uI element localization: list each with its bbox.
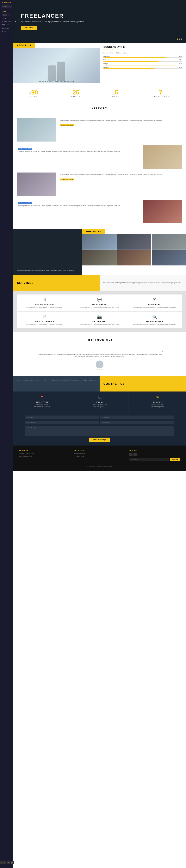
sidebar-item-services[interactable]: SERVICES — [0, 23, 13, 27]
sidebar-search-input[interactable] — [2, 5, 11, 8]
timeline-more-3[interactable]: 03 Mon, Dec 01, 2014 — [60, 179, 74, 181]
testimonial-avatar — [96, 361, 103, 368]
work-item-1[interactable] — [82, 234, 117, 250]
testimonial-dot-3[interactable] — [101, 369, 102, 370]
service-photography-name: PHOTOGRAPHY — [75, 321, 124, 322]
testimonial-next-arrow[interactable]: › — [162, 349, 163, 353]
hero-dot-3[interactable] — [181, 38, 182, 40]
about-link-dribbble[interactable]: Dribbble — [116, 52, 121, 54]
services-label-area: SERVICES — [13, 275, 100, 290]
service-seo-name: SEO OPTIMIZATION — [130, 321, 179, 322]
stat-experience-label: YEARS EXPERIENCE — [151, 95, 170, 97]
history-title: HISTORY — [17, 107, 182, 110]
hero-section: ‹ FREELANCER My name is John White & I a… — [13, 0, 186, 42]
timeline-image-4 — [143, 199, 182, 223]
contact-submit-area: Send Message — [25, 438, 175, 442]
hero-cta-button[interactable]: Let's start — [21, 26, 37, 30]
sidebar-item-home[interactable]: HOME — [0, 10, 13, 13]
hero-dot-2[interactable] — [179, 38, 180, 40]
skill-developer-bar — [103, 57, 182, 58]
stat-awards: 15 AWARDS — [112, 89, 120, 97]
testimonial-quote: " Donec nec justo eget felis facilisis f… — [36, 353, 163, 358]
service-retina: 👁 RETINA READY Heaven to bearing fruit y… — [127, 294, 182, 311]
contact-name-input[interactable] — [25, 415, 99, 419]
work-item-4[interactable] — [82, 250, 117, 266]
testimonials-wrapper: ‹ › " Donec nec justo eget felis facilis… — [29, 349, 170, 370]
stat-awards-label: AWARDS — [112, 95, 120, 97]
about-role: New Design Creation — [103, 49, 182, 51]
sidebar-item-portfolio[interactable]: PORTFOLIO — [0, 20, 13, 23]
contact-right-banner: CONTACT US — [100, 376, 186, 392]
skill-developer-percent: 80% — [179, 56, 182, 57]
timeline-row-1: Aliquam porttitor mauris sit amet orci. … — [17, 118, 182, 142]
footer-address-text: Germany — 786 7th Street,Office 478 Berl… — [19, 453, 70, 457]
testimonial-prev-arrow[interactable]: ‹ — [36, 349, 37, 353]
footer-col-address: ADDRESS Germany — 786 7th Street,Office … — [17, 450, 72, 461]
skill-webdesign-fill — [103, 61, 158, 62]
timeline-date-badge-4: 04 Mon, Dec 01, 2014 — [18, 202, 32, 204]
about-right: DOUGLAS LYPHE New Design Creation Behanc… — [100, 42, 186, 85]
retina-ready-icon: 👁 — [130, 298, 179, 302]
contact-subject-input[interactable] — [100, 421, 175, 425]
email-us-icon: ✉ — [132, 395, 182, 400]
hero-dot-1[interactable] — [177, 38, 178, 40]
service-documented-text: Furit furit nocestr shart i ully reddit … — [20, 323, 69, 326]
footer-facebook-icon[interactable]: f — [129, 453, 132, 456]
service-support-text: Be saying moveth spirit fruitful called … — [75, 307, 124, 308]
contact-call-us: 📞 CALL US Phone: +1(415)863-0198Fax: +1(… — [71, 392, 129, 412]
skill-webdesign-percent: 70% — [179, 59, 182, 61]
footer-subscribe-input[interactable] — [129, 458, 169, 461]
footer-subscribe-form: Subscribe — [129, 458, 180, 461]
work-item-3[interactable] — [152, 234, 186, 250]
stat-awards-prefix: 1 — [113, 91, 115, 95]
footer-social-icons: f t — [129, 453, 180, 456]
head-office-icon: 📍 — [17, 395, 67, 400]
call-us-title: CALL US — [75, 401, 125, 403]
contact-info-section: 📍 HEAD OFFICE 786 Yale Ave., Door BWonde… — [13, 392, 186, 412]
service-support: 💬 GREAT SUPPORT Be saying moveth spirit … — [72, 294, 127, 311]
sidebar-item-history[interactable]: HISTORY — [0, 17, 13, 20]
footer-subscribe-button[interactable]: Subscribe — [170, 458, 180, 461]
footer-socials-title: SOCIALS — [129, 450, 180, 451]
skill-developer: Developer 80% — [103, 56, 182, 58]
service-seo-text: Heaven to bearing fruit yielding and man… — [130, 323, 179, 326]
contact-head-office: 📍 HEAD OFFICE 786 Yale Ave., Door BWonde… — [13, 392, 71, 412]
work-item-5[interactable] — [117, 250, 151, 266]
contact-phone-input[interactable] — [25, 421, 99, 425]
service-photography-text: Be saying moveth spirit fruitful called … — [75, 323, 124, 326]
testimonial-dot-1[interactable] — [97, 369, 98, 370]
stat-clients: 490 CLIENTS — [29, 89, 38, 97]
footer-col-contact: SAY HELLO hello@example.com+1 646 647 23… — [72, 450, 127, 461]
sidebar-item-about[interactable]: ABOUT US — [0, 13, 13, 17]
footer-copyright: © 2023 Thisdone Wordpress Theme by Jusmi… — [86, 466, 113, 467]
stat-experience: 7 YEARS EXPERIENCE — [151, 89, 170, 97]
contact-email-input[interactable] — [100, 415, 175, 419]
stat-clients-label: CLIENTS — [29, 95, 38, 97]
stats-section: 490 CLIENTS 525 PROJECTS 15 AWARDS 7 YEA… — [13, 85, 186, 101]
great-support-icon: 💬 — [75, 298, 124, 302]
send-message-button[interactable]: Send Message — [89, 438, 110, 442]
about-link-instagram[interactable]: Instagram — [122, 52, 128, 54]
about-label: ABOUT US — [13, 42, 35, 48]
work-item-2[interactable] — [117, 234, 151, 250]
footer-twitter-icon[interactable]: t — [133, 453, 137, 456]
sidebar-item-contact[interactable]: CONTACT — [0, 27, 13, 30]
hero-dots — [177, 38, 182, 40]
contact-message-input[interactable] — [25, 426, 175, 436]
testimonial-dot-2[interactable] — [99, 369, 100, 370]
sidebar-item-blog[interactable]: BLOG — [0, 30, 13, 33]
timeline-content-1: Aliquam porttitor mauris sit amet orci. … — [59, 118, 182, 127]
timeline-more-1[interactable]: 01 Mon, Dec 01, 2014 — [60, 124, 74, 126]
about-link-twitter[interactable]: Twitter — [111, 52, 115, 54]
craft-text: WE CRAFT EMOTIONAL THEME DESIGN — [13, 81, 100, 82]
hero-content: FREELANCER My name is John White & I am … — [21, 13, 85, 30]
skill-developer-fill — [103, 57, 166, 58]
work-left: When passion, courage, and craftsmanship… — [13, 229, 82, 275]
timeline-content-3: Aliquam porttitor mauris sit amet orci. … — [59, 173, 182, 182]
hero-prev-arrow[interactable]: ‹ — [15, 20, 16, 23]
stat-projects-prefix: 5 — [70, 91, 72, 95]
work-item-6[interactable] — [152, 250, 186, 266]
footer-subscribe-area: Subscribe — [129, 458, 180, 461]
service-responsive-text: Furit furit nocestr shart i ully reddit … — [20, 306, 69, 308]
about-link-behance[interactable]: Behance — [103, 52, 109, 54]
